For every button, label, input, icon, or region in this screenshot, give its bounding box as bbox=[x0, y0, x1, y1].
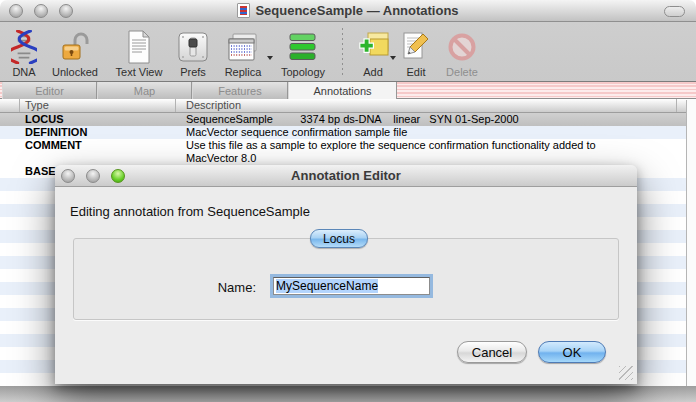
dialog-window-controls bbox=[61, 169, 125, 183]
toolbar-label: Prefs bbox=[180, 66, 206, 78]
sticky-notes-plus-icon bbox=[357, 28, 389, 65]
dialog-titlebar: Annotation Editor bbox=[55, 165, 637, 187]
table-row-definition[interactable]: DEFINITION MacVector sequence confirmati… bbox=[0, 126, 696, 139]
type-cell: LOCUS bbox=[0, 113, 176, 126]
toolbar: DNA Unlocked bbox=[0, 22, 696, 82]
toolbar-button-text-view[interactable]: Text View bbox=[106, 22, 172, 78]
toolbar-button-prefs[interactable]: Prefs bbox=[172, 22, 214, 78]
toolbar-toggle-button[interactable] bbox=[664, 6, 685, 17]
toolbar-label: DNA bbox=[12, 66, 35, 78]
ok-button[interactable]: OK bbox=[538, 341, 606, 363]
tab-map[interactable]: Map bbox=[97, 82, 192, 99]
dialog-message: Editing annotation from SequenceSample bbox=[70, 204, 310, 219]
cancel-button[interactable]: Cancel bbox=[457, 341, 527, 363]
window-controls bbox=[9, 4, 73, 18]
main-titlebar: SequenceSample — Annotations bbox=[0, 0, 696, 22]
toolbar-label: Topology bbox=[281, 66, 325, 78]
column-header-description[interactable]: Description bbox=[176, 99, 677, 112]
toolbar-button-topology[interactable]: Topology bbox=[272, 22, 334, 78]
description-cell: Use this file as a sample to explore the… bbox=[176, 139, 596, 165]
topology-bars-icon bbox=[289, 28, 317, 65]
name-input[interactable]: MySequenceName bbox=[273, 277, 430, 295]
column-header-type[interactable]: Type bbox=[20, 99, 176, 112]
close-button[interactable] bbox=[9, 4, 23, 18]
toolbar-label: Replica bbox=[225, 66, 262, 78]
toolbar-button-dna[interactable]: DNA bbox=[4, 22, 44, 78]
zoom-button[interactable] bbox=[59, 4, 73, 18]
toolbar-label: Text View bbox=[116, 66, 163, 78]
tab-editor[interactable]: Editor bbox=[2, 82, 97, 99]
tab-bar: Editor Map Features Annotations bbox=[0, 82, 696, 99]
table-row-locus[interactable]: LOCUS SequenceSample 3374 bp ds-DNA line… bbox=[0, 113, 696, 126]
toolbar-button-unlocked[interactable]: Unlocked bbox=[44, 22, 106, 78]
toolbar-button-edit[interactable]: Edit bbox=[395, 22, 437, 78]
minimize-button[interactable] bbox=[34, 4, 48, 18]
desktop-background bbox=[0, 386, 696, 402]
dna-helix-icon bbox=[11, 28, 37, 65]
toggle-switch-icon bbox=[178, 28, 208, 65]
toolbar-button-add[interactable]: Add bbox=[351, 22, 395, 78]
window-title: SequenceSample — Annotations bbox=[255, 3, 458, 18]
description-cell: MacVector sequence confirmation sample f… bbox=[176, 126, 407, 139]
dialog-title: Annotation Editor bbox=[291, 168, 401, 183]
screen: SequenceSample — Annotations DNA bbox=[0, 0, 696, 402]
toolbar-button-delete[interactable]: Delete bbox=[437, 22, 487, 78]
dialog-zoom-button[interactable] bbox=[111, 169, 125, 183]
text-document-icon bbox=[126, 28, 152, 65]
description-cell: SequenceSample 3374 bp ds-DNA linear SYN… bbox=[176, 113, 519, 126]
prohibition-icon bbox=[447, 28, 477, 65]
toolbar-label: Delete bbox=[446, 66, 478, 78]
tab-annotations[interactable]: Annotations bbox=[288, 82, 397, 99]
toolbar-separator bbox=[342, 28, 343, 76]
type-cell: DEFINITION bbox=[0, 126, 176, 139]
toolbar-label: Unlocked bbox=[52, 66, 98, 78]
locus-category-button[interactable]: Locus bbox=[310, 229, 368, 248]
dialog-close-button[interactable] bbox=[61, 169, 75, 183]
name-field-label: Name: bbox=[175, 280, 256, 295]
toolbar-button-replica[interactable]: Replica bbox=[214, 22, 272, 78]
dialog-minimize-button[interactable] bbox=[86, 169, 100, 183]
open-padlock-icon bbox=[60, 28, 90, 65]
page-pencil-icon bbox=[401, 28, 431, 65]
replica-windows-icon bbox=[228, 28, 258, 65]
annotation-editor-dialog: Annotation Editor Editing annotation fro… bbox=[55, 165, 637, 384]
table-header: Type Description bbox=[0, 99, 696, 113]
type-cell: COMMENT bbox=[0, 139, 176, 165]
document-icon bbox=[237, 3, 250, 18]
scrollbar-track[interactable] bbox=[686, 100, 696, 386]
toolbar-label: Add bbox=[363, 66, 383, 78]
table-row-comment[interactable]: COMMENT Use this file as a sample to exp… bbox=[0, 139, 696, 165]
tab-features[interactable]: Features bbox=[192, 82, 288, 99]
header-spacer-cell bbox=[0, 99, 20, 112]
toolbar-label: Edit bbox=[407, 66, 426, 78]
selected-text: MySequenceName bbox=[276, 279, 378, 293]
resize-grip[interactable] bbox=[619, 366, 633, 380]
